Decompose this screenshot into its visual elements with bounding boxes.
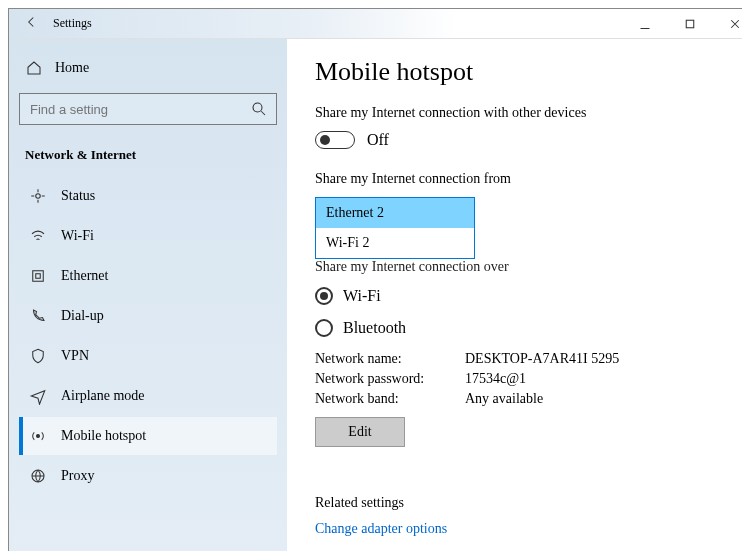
nav-mobile-hotspot[interactable]: Mobile hotspot bbox=[19, 417, 277, 455]
share-from-label: Share my Internet connection from bbox=[315, 171, 729, 187]
nav-ethernet[interactable]: Ethernet bbox=[19, 257, 277, 295]
share-toggle[interactable] bbox=[315, 131, 355, 149]
section-header: Network & Internet bbox=[19, 139, 277, 175]
related-settings-header: Related settings bbox=[315, 495, 729, 511]
status-icon bbox=[29, 187, 47, 205]
back-button[interactable] bbox=[9, 13, 53, 35]
network-name-value: DESKTOP-A7AR41I 5295 bbox=[465, 351, 729, 367]
nav-label: Status bbox=[61, 188, 95, 204]
radio-label: Wi-Fi bbox=[343, 287, 381, 305]
home-icon bbox=[25, 59, 43, 77]
nav-airplane[interactable]: Airplane mode bbox=[19, 377, 277, 415]
ethernet-icon bbox=[29, 267, 47, 285]
shield-icon bbox=[29, 347, 47, 365]
window-title: Settings bbox=[53, 16, 622, 31]
home-label: Home bbox=[55, 60, 89, 76]
change-adapter-link[interactable]: Change adapter options bbox=[315, 521, 729, 537]
radio-wifi[interactable]: Wi-Fi bbox=[315, 287, 729, 305]
svg-point-1 bbox=[253, 103, 262, 112]
search-input[interactable] bbox=[28, 101, 250, 118]
edit-button[interactable]: Edit bbox=[315, 417, 405, 447]
nav-label: Wi-Fi bbox=[61, 228, 94, 244]
share-from-dropdown[interactable]: Ethernet 2 Wi-Fi 2 bbox=[315, 197, 475, 259]
phone-icon bbox=[29, 307, 47, 325]
nav-wifi[interactable]: Wi-Fi bbox=[19, 217, 277, 255]
network-name-label: Network name: bbox=[315, 351, 465, 367]
radio-icon bbox=[315, 287, 333, 305]
svg-point-2 bbox=[36, 194, 41, 199]
nav-dialup[interactable]: Dial-up bbox=[19, 297, 277, 335]
nav-label: Ethernet bbox=[61, 268, 108, 284]
network-password-value: 17534c@1 bbox=[465, 371, 729, 387]
sidebar: Home Network & Internet Status Wi-Fi Eth… bbox=[9, 39, 287, 551]
globe-icon bbox=[29, 467, 47, 485]
radio-bluetooth[interactable]: Bluetooth bbox=[315, 319, 729, 337]
minimize-icon bbox=[636, 15, 654, 33]
home-link[interactable]: Home bbox=[19, 51, 277, 85]
nav-label: Dial-up bbox=[61, 308, 104, 324]
network-password-label: Network password: bbox=[315, 371, 465, 387]
share-toggle-label: Share my Internet connection with other … bbox=[315, 105, 729, 121]
radio-icon bbox=[315, 319, 333, 337]
airplane-icon bbox=[29, 387, 47, 405]
nav-proxy[interactable]: Proxy bbox=[19, 457, 277, 495]
toggle-state-text: Off bbox=[367, 131, 389, 149]
share-over-label: Share my Internet connection over bbox=[315, 259, 729, 275]
hotspot-icon bbox=[29, 427, 47, 445]
content-pane: Mobile hotspot Share my Internet connect… bbox=[287, 39, 742, 551]
nav-label: Mobile hotspot bbox=[61, 428, 146, 444]
svg-rect-3 bbox=[33, 271, 44, 282]
nav-label: VPN bbox=[61, 348, 89, 364]
svg-point-5 bbox=[37, 435, 40, 438]
arrow-left-icon bbox=[22, 13, 40, 31]
nav-label: Proxy bbox=[61, 468, 94, 484]
svg-rect-4 bbox=[36, 274, 41, 279]
search-box[interactable] bbox=[19, 93, 277, 125]
search-icon bbox=[250, 100, 268, 118]
nav-vpn[interactable]: VPN bbox=[19, 337, 277, 375]
network-band-label: Network band: bbox=[315, 391, 465, 407]
page-title: Mobile hotspot bbox=[315, 57, 729, 87]
minimize-button[interactable] bbox=[622, 9, 667, 39]
close-button[interactable] bbox=[712, 9, 742, 39]
network-band-value: Any available bbox=[465, 391, 729, 407]
wifi-icon bbox=[29, 227, 47, 245]
maximize-button[interactable] bbox=[667, 9, 712, 39]
dropdown-option[interactable]: Wi-Fi 2 bbox=[316, 228, 474, 258]
maximize-icon bbox=[681, 15, 699, 33]
nav-label: Airplane mode bbox=[61, 388, 145, 404]
close-icon bbox=[726, 15, 743, 33]
svg-rect-0 bbox=[686, 20, 694, 28]
dropdown-option-selected[interactable]: Ethernet 2 bbox=[316, 198, 474, 228]
radio-label: Bluetooth bbox=[343, 319, 406, 337]
nav-status[interactable]: Status bbox=[19, 177, 277, 215]
